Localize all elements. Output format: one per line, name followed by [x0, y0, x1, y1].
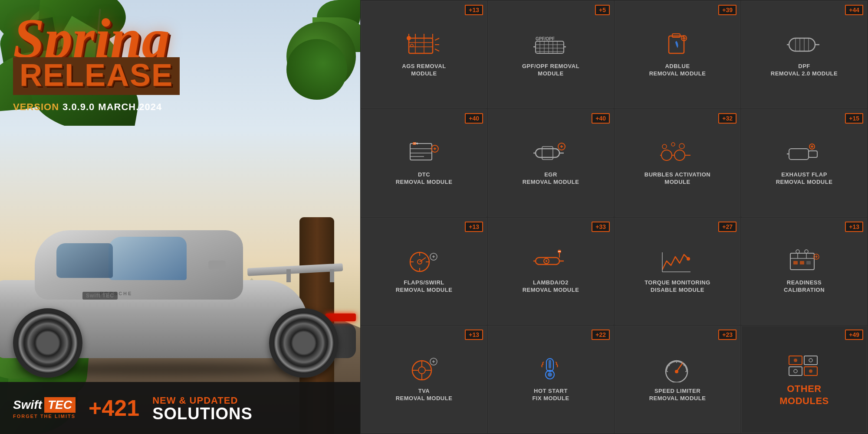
module-name-exhaust: EXHAUST FLAP REMOVAL MODULE: [776, 171, 833, 186]
module-name-other: OTHER MODULES: [779, 383, 829, 408]
swiftec-logo: Swift TEC FORGET THE LIMITS: [13, 397, 76, 419]
svg-rect-112: [549, 360, 551, 369]
module-badge-speed: +23: [718, 330, 736, 340]
svg-point-114: [548, 372, 552, 377]
module-icon-flaps: [407, 248, 441, 274]
module-icon-speed: [660, 356, 695, 382]
svg-rect-98: [806, 261, 811, 264]
svg-point-55: [674, 150, 685, 160]
module-badge-tva: +13: [465, 330, 483, 340]
logo-wordmark: Swift TEC: [13, 397, 76, 413]
svg-point-94: [796, 250, 799, 253]
module-cell-tva: +13 TVA REMOVAL MODULE: [361, 326, 487, 433]
module-badge-torque: +27: [718, 222, 736, 232]
module-cell-dtc: +40 DTC DTC REMOVAL MODULE: [361, 109, 487, 217]
module-name-dtc: DTC REMOVAL MODULE: [396, 171, 453, 186]
module-icon-burbles: [660, 140, 695, 166]
module-badge-ags: +13: [465, 5, 483, 15]
module-badge-gpf: +5: [595, 5, 610, 15]
module-name-gpf: GPF/OPF REMOVAL MODULE: [522, 63, 579, 78]
svg-rect-68: [792, 151, 805, 157]
module-cell-exhaust: +15 EXHAUST FLAP REMOVAL MODULE: [741, 109, 867, 217]
module-badge-dpf: +44: [845, 5, 863, 15]
svg-rect-125: [789, 367, 802, 375]
module-icon-dpf: [787, 32, 822, 58]
module-icon-hotstart: [533, 356, 568, 382]
svg-point-59: [679, 144, 684, 149]
module-badge-egr: +40: [592, 113, 610, 124]
module-icon-adblue: [660, 32, 695, 58]
module-name-dpf: DPF REMOVAL 2.0 MODULE: [771, 63, 838, 78]
title-area: Spring RELEASE VERSION 3.0.9.0 MARCH.202…: [13, 13, 230, 113]
module-name-readiness: READINESS CALIBRATION: [784, 279, 825, 294]
module-cell-burbles: +32 BURBLES ACTIVATION MODULE: [615, 109, 740, 217]
module-cell-ags: +13 AGS REMOVAL MODULE: [361, 1, 487, 108]
module-icon-other: [787, 352, 822, 378]
svg-line-121: [684, 365, 684, 366]
svg-rect-47: [536, 149, 559, 157]
svg-rect-63: [809, 151, 817, 157]
tree-foliage: [278, 22, 356, 108]
new-updated-line2: SOLUTIONS: [152, 406, 253, 421]
svg-point-54: [661, 150, 672, 160]
module-cell-readiness: +13 READINESS CALIBRATION: [741, 218, 867, 325]
module-badge-burbles: +32: [718, 113, 736, 124]
module-cell-hotstart: +22 HOT START FIX MODULE: [488, 326, 614, 433]
module-badge-other: +49: [845, 330, 863, 340]
spring-title: Spring: [13, 13, 230, 64]
module-name-adblue: ADBLUE REMOVAL MODULE: [649, 63, 706, 78]
module-badge-flaps: +13: [465, 222, 483, 232]
svg-point-83: [546, 260, 547, 262]
version-label: VERSION: [13, 101, 59, 113]
module-badge-hotstart: +22: [592, 330, 610, 340]
svg-point-130: [809, 369, 812, 373]
module-cell-dpf: +44 DPF REMOVAL 2.0 MODULE: [741, 1, 867, 108]
svg-rect-31: [789, 38, 815, 51]
svg-point-103: [418, 367, 425, 374]
module-badge-dtc: +40: [465, 113, 483, 124]
module-name-egr: EGR REMOVAL MODULE: [523, 171, 579, 186]
version-date: MARCH.2024: [98, 101, 162, 113]
module-cell-adblue: +39 ADBLUE REMOVAL MODULE: [615, 1, 740, 108]
hero-section: PORSCHE Swift TEC Spring RELEASE VERSION…: [0, 0, 360, 434]
svg-rect-38: [410, 144, 432, 160]
module-icon-gpf: GPF/OPF: [533, 32, 568, 58]
logo-tagline: FORGET THE LIMITS: [13, 414, 76, 419]
svg-rect-0: [409, 38, 433, 53]
module-icon-tva: [407, 356, 441, 382]
svg-point-127: [794, 359, 797, 362]
solution-count: +421: [89, 397, 139, 419]
module-icon-ags: [407, 32, 441, 58]
svg-rect-97: [800, 261, 804, 264]
modules-section: +13 AGS REMOVAL MODULE+5 GPF/OPF GPF/OPF…: [360, 0, 868, 434]
svg-rect-124: [804, 356, 817, 365]
version-number: 3.0.9.0: [62, 101, 95, 113]
module-icon-torque: [660, 248, 695, 274]
module-icon-exhaust: [787, 140, 822, 166]
logo-swift-text: Swift: [13, 398, 42, 412]
module-badge-exhaust: +15: [845, 113, 863, 124]
logo-tec-text: TEC: [44, 397, 76, 413]
module-badge-readiness: +13: [845, 222, 863, 232]
svg-point-128: [809, 359, 812, 362]
module-cell-speed: +23 SPEED LIMITER REMOVAL MODULE: [615, 326, 740, 433]
car-badge: Swift TEC: [82, 292, 118, 300]
module-cell-gpf: +5 GPF/OPF GPF/OPF REMOVAL MODULE: [488, 1, 614, 108]
module-name-torque: TORQUE MONITORING DISABLE MODULE: [644, 279, 710, 294]
module-name-hotstart: HOT START FIX MODULE: [532, 388, 569, 402]
module-name-flaps: FLAPS/SWIRL REMOVAL MODULE: [396, 279, 453, 294]
module-name-speed: SPEED LIMITER REMOVAL MODULE: [649, 388, 706, 402]
car-container: PORSCHE Swift TEC: [0, 196, 360, 391]
new-updated-text: NEW & UPDATED SOLUTIONS: [152, 395, 253, 421]
svg-line-13: [435, 49, 439, 51]
module-badge-adblue: +39: [718, 5, 736, 15]
release-title: RELEASE: [20, 59, 173, 91]
module-name-ags: AGS REMOVAL MODULE: [402, 63, 446, 78]
module-icon-lambda: [533, 248, 568, 274]
svg-text:DTC: DTC: [414, 142, 418, 145]
module-name-burbles: BURBLES ACTIVATION MODULE: [644, 171, 710, 186]
svg-line-119: [669, 365, 670, 366]
module-cell-torque: +27 TORQUE MONITORING DISABLE MODULE: [615, 218, 740, 325]
module-cell-lambda: +33 LAMBDA/O2 REMOVAL MODULE: [488, 218, 614, 325]
version-info: VERSION 3.0.9.0 MARCH.2024: [13, 101, 230, 113]
